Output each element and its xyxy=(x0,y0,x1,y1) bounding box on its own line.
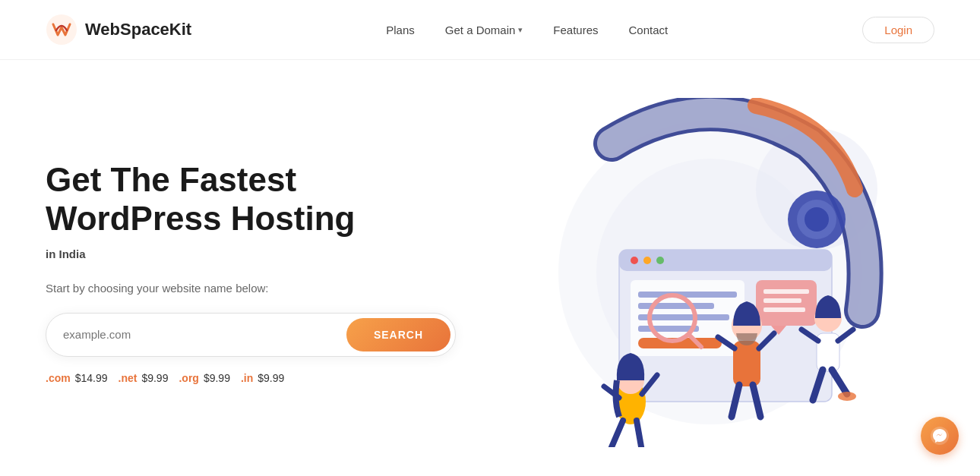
chevron-down-icon: ▾ xyxy=(518,25,523,35)
tld-in-label: .in xyxy=(241,372,253,384)
svg-line-39 xyxy=(832,370,847,394)
svg-line-27 xyxy=(637,421,642,447)
tld-org-label: .org xyxy=(179,372,198,384)
svg-rect-21 xyxy=(763,307,805,312)
svg-point-40 xyxy=(838,392,856,401)
svg-line-26 xyxy=(612,421,623,447)
svg-point-9 xyxy=(631,257,638,264)
svg-rect-19 xyxy=(763,289,809,294)
messenger-icon xyxy=(930,426,950,446)
svg-rect-37 xyxy=(817,333,839,371)
tld-org-price: $9.99 xyxy=(204,372,230,384)
tld-com-price: $14.99 xyxy=(75,372,108,384)
nav-plans[interactable]: Plans xyxy=(386,24,415,36)
svg-rect-31 xyxy=(733,341,760,386)
hero-illustration xyxy=(486,90,934,455)
logo-text: WebSpaceKit xyxy=(85,20,191,39)
site-header: WebSpaceKit Plans Get a Domain ▾ Feature… xyxy=(0,0,980,60)
tld-in-price: $9.99 xyxy=(258,372,284,384)
messenger-fab[interactable] xyxy=(921,417,959,455)
svg-point-10 xyxy=(643,257,651,264)
svg-point-11 xyxy=(656,257,664,264)
hero-tagline: Start by choosing your website name belo… xyxy=(46,282,456,295)
hero-left: Get The Fastest WordPress Hosting in Ind… xyxy=(46,161,486,383)
tld-pricing-row: .com $14.99 .net $9.99 .org $9.99 .in $9… xyxy=(46,372,456,384)
domain-search-input[interactable] xyxy=(63,328,346,341)
tld-net-label: .net xyxy=(119,372,138,384)
logo-icon xyxy=(46,14,77,46)
hero-subtitle: in India xyxy=(46,247,456,260)
nav-contact[interactable]: Contact xyxy=(629,24,669,36)
hero-svg-illustration xyxy=(490,98,931,447)
hero-section: Get The Fastest WordPress Hosting in Ind… xyxy=(0,60,980,470)
logo[interactable]: WebSpaceKit xyxy=(46,14,191,46)
hero-heading: Get The Fastest WordPress Hosting xyxy=(46,161,456,238)
login-button[interactable]: Login xyxy=(862,17,934,43)
search-button[interactable]: SEARCH xyxy=(346,318,450,351)
domain-search-box: SEARCH xyxy=(46,313,456,357)
nav-get-domain[interactable]: Get a Domain ▾ xyxy=(445,24,523,36)
main-nav: Plans Get a Domain ▾ Features Contact xyxy=(386,24,668,36)
tld-net-price: $9.99 xyxy=(141,372,168,384)
tld-com-label: .com xyxy=(46,372,71,384)
nav-features[interactable]: Features xyxy=(553,24,598,36)
svg-point-6 xyxy=(805,207,829,232)
svg-rect-13 xyxy=(638,292,737,298)
svg-rect-20 xyxy=(763,298,801,303)
